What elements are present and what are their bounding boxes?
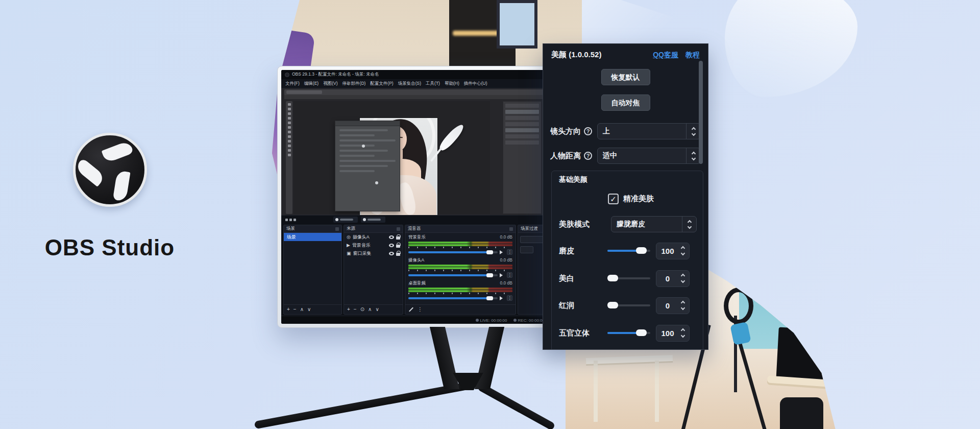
remove-source-button[interactable]: −: [354, 307, 357, 312]
panel-scrollbar[interactable]: [699, 61, 703, 164]
volume-handle[interactable]: [486, 273, 493, 277]
speaker-icon[interactable]: [500, 273, 505, 277]
transition-duration[interactable]: [520, 246, 533, 253]
chevron-down-icon[interactable]: [681, 251, 685, 255]
checkbox-checked-icon[interactable]: ✓: [608, 194, 619, 204]
whitening-slider[interactable]: [607, 277, 650, 279]
dock-menu-icon[interactable]: [397, 227, 400, 231]
mixer-options-button[interactable]: ⋮: [418, 307, 423, 312]
scene-up-button[interactable]: ∧: [300, 307, 304, 312]
select-spinner[interactable]: [686, 124, 700, 139]
volume-slider[interactable]: [408, 297, 498, 299]
menu-plugin-center[interactable]: 插件中心(U): [464, 81, 487, 87]
editor-options-bar: [284, 95, 546, 99]
menu-help[interactable]: 帮助(H): [445, 81, 459, 87]
help-icon[interactable]: ?: [584, 152, 592, 160]
source-up-button[interactable]: ∧: [368, 307, 372, 312]
person-distance-select[interactable]: 适中: [597, 148, 701, 164]
face-3d-spinbox[interactable]: 100: [656, 325, 690, 342]
speaker-icon[interactable]: [500, 250, 505, 254]
chevron-up-icon[interactable]: [681, 328, 685, 332]
meter-ticks: [408, 293, 512, 294]
select-spinner[interactable]: [682, 217, 696, 232]
remove-scene-button[interactable]: −: [293, 307, 297, 312]
add-scene-button[interactable]: +: [287, 307, 290, 312]
visibility-eye-icon[interactable]: [389, 235, 394, 239]
speaker-icon[interactable]: [500, 296, 505, 300]
smoothing-slider[interactable]: [607, 250, 650, 252]
rosy-spinbox[interactable]: 0: [656, 297, 690, 314]
volume-slider[interactable]: [408, 274, 498, 276]
source-name: 背景音乐: [352, 242, 387, 249]
mixer-brush-icon[interactable]: [409, 307, 413, 312]
channel-options-button[interactable]: ⋮: [507, 249, 512, 255]
source-down-button[interactable]: ∨: [375, 307, 379, 312]
menu-docks[interactable]: 停靠部件(D): [342, 81, 366, 87]
restore-defaults-button[interactable]: 恢复默认: [601, 69, 650, 85]
volume-slider[interactable]: [408, 251, 498, 253]
source-list-item[interactable]: ▶ 背景音乐: [344, 241, 403, 249]
obs-app-icon: [285, 73, 289, 77]
slider-handle[interactable]: [636, 247, 647, 254]
obs-window-title: OBS 29.1.3 - 配置文件: 未命名 - 场景: 未命名: [292, 72, 379, 78]
tutorial-link[interactable]: 教程: [685, 51, 700, 60]
obs-window: OBS 29.1.3 - 配置文件: 未命名 - 场景: 未命名 文件(F) 编…: [281, 70, 549, 324]
scene-list-item[interactable]: 场景: [284, 233, 341, 241]
chevron-up-icon[interactable]: [691, 151, 695, 155]
mixer-channel: 桌面音频0.0 dB ⋮: [405, 279, 516, 302]
scene-down-button[interactable]: ∨: [307, 307, 311, 312]
menu-profile[interactable]: 配置文件(P): [370, 81, 393, 87]
rosy-slider[interactable]: [607, 304, 650, 306]
whitening-slider-row: 美白 0: [559, 270, 697, 287]
skin-mode-select[interactable]: 朦胧磨皮: [611, 216, 697, 232]
chevron-up-icon[interactable]: [691, 127, 695, 131]
select-spinner[interactable]: [686, 148, 700, 163]
chevron-down-icon[interactable]: [681, 279, 685, 283]
slider-handle[interactable]: [607, 275, 618, 281]
audio-meter: [408, 242, 512, 244]
chevron-up-icon[interactable]: [681, 274, 685, 278]
visibility-eye-icon[interactable]: [389, 244, 394, 247]
whitening-spinbox[interactable]: 0: [656, 270, 690, 287]
menu-file[interactable]: 文件(F): [285, 81, 300, 87]
slider-handle[interactable]: [636, 329, 647, 336]
menu-tools[interactable]: 工具(T): [426, 81, 440, 87]
chevron-down-icon[interactable]: [687, 224, 691, 228]
chevron-up-icon[interactable]: [681, 301, 685, 305]
chevron-down-icon[interactable]: [681, 333, 685, 338]
source-list-item[interactable]: ▣ 窗口采集: [344, 249, 403, 257]
qq-support-link[interactable]: QQ客服: [653, 51, 678, 60]
help-icon[interactable]: ?: [584, 127, 592, 135]
source-name: 摄像头A: [353, 234, 387, 241]
autofocus-button[interactable]: 自动对焦: [601, 94, 650, 111]
menu-scene-collection[interactable]: 场景集合(S): [398, 81, 421, 87]
source-list-item[interactable]: ◎ 摄像头A: [344, 233, 403, 241]
smoothing-spinbox[interactable]: 100: [656, 243, 690, 259]
add-source-button[interactable]: +: [347, 307, 350, 312]
volume-handle[interactable]: [486, 296, 493, 300]
lock-icon[interactable]: [396, 253, 400, 256]
dock-menu-icon[interactable]: [335, 227, 339, 231]
menu-view[interactable]: 视图(V): [323, 81, 337, 87]
dock-menu-icon[interactable]: [509, 227, 513, 231]
chevron-up-icon[interactable]: [681, 246, 685, 250]
menu-edit[interactable]: 编辑(E): [304, 81, 318, 87]
transition-select[interactable]: [520, 236, 544, 243]
channel-options-button[interactable]: ⋮: [507, 295, 512, 301]
view-tab[interactable]: [361, 217, 385, 223]
lock-icon[interactable]: [396, 236, 400, 240]
slider-handle[interactable]: [607, 302, 618, 308]
chevron-up-icon[interactable]: [687, 220, 691, 224]
source-properties-button[interactable]: ⊙: [360, 307, 364, 312]
view-tab[interactable]: [333, 217, 358, 223]
visibility-eye-icon[interactable]: [389, 252, 394, 255]
face-3d-slider[interactable]: [607, 332, 650, 334]
volume-handle[interactable]: [486, 250, 493, 254]
precise-skin-checkbox-row[interactable]: ✓ 精准美肤: [608, 194, 654, 204]
camera-direction-select[interactable]: 上: [597, 123, 701, 139]
chevron-down-icon[interactable]: [691, 156, 695, 160]
channel-options-button[interactable]: ⋮: [507, 272, 512, 278]
chevron-down-icon[interactable]: [691, 131, 695, 135]
chevron-down-icon[interactable]: [681, 306, 685, 310]
lock-icon[interactable]: [396, 245, 400, 248]
